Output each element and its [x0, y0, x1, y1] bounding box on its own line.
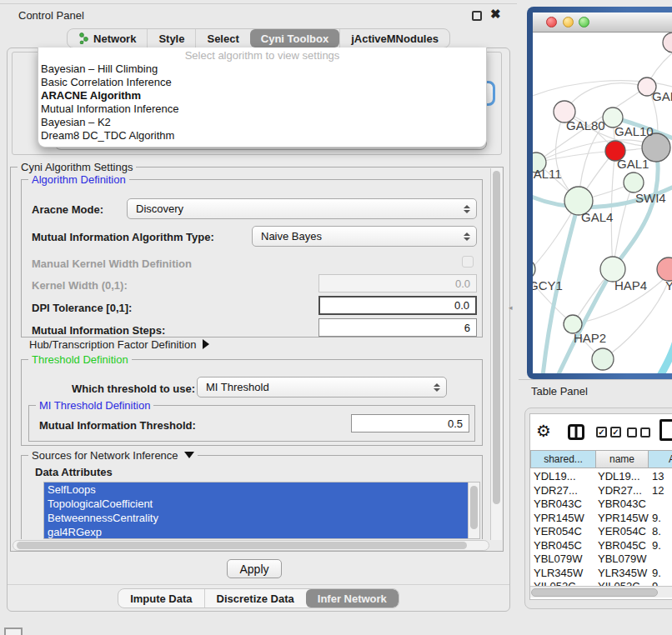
tab-infer-network[interactable]: Infer Network	[306, 589, 399, 608]
tab-style[interactable]: Style	[147, 29, 195, 48]
expand-arrow-icon	[203, 339, 209, 349]
node-bottom-green[interactable]	[592, 348, 614, 370]
mi-threshold-field[interactable]: 0.5	[351, 414, 469, 432]
tab-cyni-toolbox[interactable]: Cyni Toolbox	[250, 29, 339, 48]
table-row[interactable]: YER054CYER054C8.	[530, 524, 672, 538]
mi-threshold-group: MI Threshold Definition Mutual Informati…	[28, 405, 475, 442]
network-canvas[interactable]: GAL80 GAL10 GAL1 GAL11 SWI4 GAL4 GCY1 HA…	[533, 32, 672, 373]
attribute-list-scrollbar[interactable]	[468, 482, 479, 539]
control-panel-tabbar: Network Style Select Cyni Toolbox jActiv…	[7, 28, 510, 48]
dropdown-item-aracne[interactable]: ARACNE Algorithm	[38, 89, 486, 102]
table-horizontal-scrollbar[interactable]	[530, 586, 672, 598]
combo-arrows-icon	[464, 205, 470, 213]
control-panel-title: Control Panel	[18, 9, 84, 22]
node-salmon[interactable]	[657, 258, 672, 281]
unchecked-checkbox-icon[interactable]	[627, 428, 637, 438]
network-view-window: GAL80 GAL10 GAL1 GAL11 SWI4 GAL4 GCY1 HA…	[527, 7, 672, 379]
network-cyan-edge	[656, 324, 672, 373]
minimize-traffic-light-icon[interactable]	[563, 17, 574, 28]
table-row[interactable]: YDR27...YDR27...12	[530, 483, 672, 498]
column-header-third[interactable]: A	[648, 450, 672, 468]
dropdown-item-dream8[interactable]: Dream8 DC_TDC Algorithm	[38, 129, 486, 142]
attribute-item-gal4rgexp[interactable]: gal4RGexp	[44, 525, 468, 539]
manual-kernel-label: Manual Kernel Width Definition	[32, 258, 192, 270]
node-label-gal11: GAL11	[533, 167, 562, 181]
document-icon[interactable]	[659, 419, 672, 441]
table-row[interactable]: YBL079WYBL079W	[530, 552, 672, 566]
column-header-shared[interactable]: shared...	[530, 450, 596, 468]
table-row[interactable]: YDL19...YDL19...13	[530, 469, 672, 483]
close-icon[interactable]: ✖	[490, 7, 501, 22]
table-row[interactable]: YBR045CYBR045C9.	[530, 538, 672, 552]
node-pink-top-right[interactable]	[663, 32, 672, 52]
collapse-arrow-icon	[184, 452, 194, 458]
settings-gear-icon[interactable]: ⚙	[536, 421, 551, 441]
network-graph: GAL80 GAL10 GAL1 GAL11 SWI4 GAL4 GCY1 HA…	[533, 32, 672, 373]
dpi-tolerance-field[interactable]: 0.0	[318, 296, 477, 315]
hub-definition-toggle[interactable]: Hub/Transcription Factor Definition	[29, 338, 209, 351]
column-header-name[interactable]: name	[595, 450, 649, 468]
manual-kernel-checkbox[interactable]	[462, 256, 474, 268]
dropdown-item-mutual-information[interactable]: Mutual Information Inference	[38, 102, 486, 116]
table-row[interactable]: YPR145WYPR145W9.	[530, 511, 672, 525]
sources-group: Sources for Network Inference Data Attri…	[21, 455, 483, 539]
checked-checkbox-icon[interactable]: ✓	[610, 427, 621, 438]
mi-algorithm-type-combo[interactable]: Naive Bayes	[252, 226, 477, 247]
top-divider	[0, 3, 517, 4]
which-threshold-combo[interactable]: MI Threshold	[197, 377, 447, 398]
network-icon	[78, 32, 89, 44]
tab-impute-data[interactable]: Impute Data	[118, 589, 203, 608]
aracne-mode-label: Aracne Mode:	[32, 203, 103, 216]
threshold-definition-title: Threshold Definition	[28, 353, 132, 366]
table-row[interactable]: YLR345WYLR345W9.	[530, 566, 672, 580]
unchecked-checkbox-icon[interactable]	[640, 428, 650, 438]
node-label-gal1: GAL1	[617, 157, 649, 171]
threshold-definition-group: Threshold Definition Which threshold to …	[21, 359, 483, 446]
split-columns-icon[interactable]	[568, 424, 584, 440]
data-attributes-list: SelfLoops TopologicalCoefficient Between…	[43, 482, 480, 539]
dropdown-item-basic-correlation[interactable]: Basic Correlation Inference	[38, 76, 486, 89]
kernel-width-field[interactable]: 0.0	[318, 274, 477, 292]
node-label-swi4: SWI4	[635, 191, 666, 205]
float-window-icon[interactable]	[472, 11, 482, 21]
tab-network[interactable]: Network	[68, 29, 147, 48]
settings-horizontal-scrollbar[interactable]	[13, 540, 489, 551]
attribute-item-betweennesscentrality[interactable]: BetweennessCentrality	[44, 511, 468, 525]
node-gcy1[interactable]	[533, 259, 535, 279]
panel-collapse-arrow-icon[interactable]: ◂	[509, 303, 513, 312]
mi-threshold-label: Mutual Information Threshold:	[39, 419, 196, 432]
bottom-corner-icon[interactable]	[4, 628, 23, 635]
dropdown-item-bayesian-hill-climbing[interactable]: Bayesian – Hill Climbing	[38, 62, 486, 76]
tab-discretize-data[interactable]: Discretize Data	[204, 589, 306, 608]
dropdown-item-bayesian-k2[interactable]: Bayesian – K2	[38, 116, 486, 129]
node-label-gcy1: GCY1	[533, 278, 563, 292]
aracne-mode-combo[interactable]: Discovery	[127, 198, 477, 219]
tab-jactivemnodules[interactable]: jActiveMNodules	[339, 29, 449, 48]
attribute-item-topologicalcoefficient[interactable]: TopologicalCoefficient	[44, 497, 468, 511]
sources-group-title[interactable]: Sources for Network Inference	[28, 449, 198, 462]
kernel-width-label: Kernel Width (0,1):	[32, 279, 128, 292]
close-traffic-light-icon[interactable]	[546, 17, 557, 28]
node-label-gal10: GAL10	[614, 124, 654, 138]
node-swi4[interactable]	[624, 172, 644, 192]
data-attributes-label: Data Attributes	[35, 466, 113, 478]
node-label-gal80: GAL80	[566, 118, 605, 132]
apply-button[interactable]: Apply	[227, 559, 282, 578]
attribute-item-selfloops[interactable]: SelfLoops	[44, 482, 468, 497]
which-threshold-label: Which threshold to use:	[72, 382, 195, 395]
settings-vertical-scrollbar[interactable]	[490, 168, 502, 540]
mi-threshold-group-title: MI Threshold Definition	[36, 399, 153, 412]
table-panel-title: Table Panel	[531, 385, 588, 398]
dropdown-placeholder: Select algorithm to view settings	[38, 49, 486, 62]
tab-select[interactable]: Select	[195, 29, 249, 48]
table-row[interactable]: YBR043CYBR043C	[530, 497, 672, 511]
algorithm-dropdown-popup: Select algorithm to view settings Bayesi…	[38, 48, 487, 148]
table-rows: YDL19...YDL19...13 YDR27...YDR27...12 YB…	[530, 469, 672, 586]
table-row[interactable]: YIL052CYIL052C9	[530, 579, 672, 586]
checked-checkbox-icon[interactable]: ✓	[596, 427, 607, 438]
dpi-tolerance-label: DPI Tolerance [0,1]:	[32, 302, 132, 314]
mi-steps-field[interactable]: 6	[318, 318, 477, 337]
zoom-traffic-light-icon[interactable]	[579, 17, 589, 28]
network-window-titlebar[interactable]	[533, 12, 672, 32]
node-label-gal-cut: GAL	[652, 89, 672, 103]
